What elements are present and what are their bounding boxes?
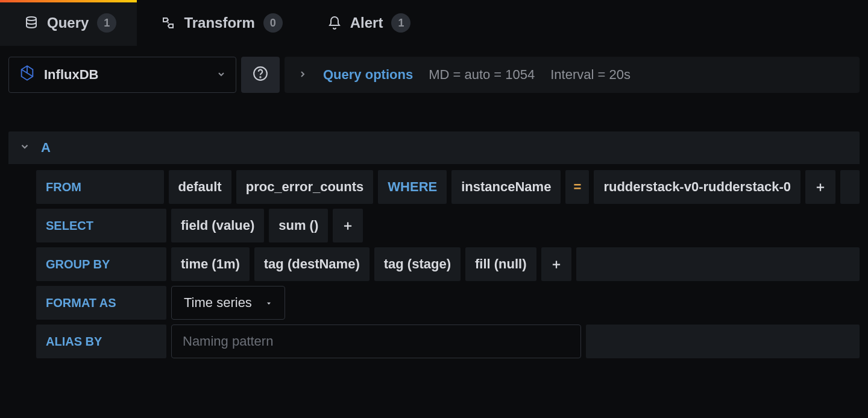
where-operator[interactable]: = bbox=[565, 170, 589, 204]
plus-icon: ＋ bbox=[341, 217, 354, 235]
tab-query-badge: 1 bbox=[97, 13, 116, 33]
where-keyword[interactable]: WHERE bbox=[378, 170, 447, 204]
tab-alert[interactable]: Alert 1 bbox=[303, 0, 432, 46]
caret-down-icon bbox=[265, 295, 272, 311]
groupby-label: GROUP BY bbox=[36, 247, 166, 281]
tab-transform-badge: 0 bbox=[263, 13, 283, 33]
select-aggregation[interactable]: sum () bbox=[269, 209, 328, 242]
query-options-link[interactable]: Query options bbox=[323, 67, 413, 83]
plus-icon: ＋ bbox=[550, 255, 563, 273]
chevron-right-icon[interactable] bbox=[298, 67, 307, 83]
groupby-tag-destname[interactable]: tag (destName) bbox=[254, 247, 370, 281]
formatas-row: FORMAT AS Time series bbox=[8, 286, 860, 320]
influxdb-logo-icon bbox=[19, 65, 36, 85]
query-options-md: MD = auto = 1054 bbox=[429, 67, 535, 83]
from-row: FROM default proc_error_counts WHERE ins… bbox=[8, 170, 860, 204]
aliasby-input[interactable] bbox=[171, 325, 581, 358]
aliasby-label: ALIAS BY bbox=[36, 325, 166, 358]
groupby-tag-stage[interactable]: tag (stage) bbox=[374, 247, 461, 281]
tab-query[interactable]: Query 1 bbox=[0, 0, 137, 46]
query-row-a: A FROM default proc_error_counts WHERE i… bbox=[0, 131, 868, 358]
transform-icon bbox=[161, 16, 175, 30]
chevron-down-icon bbox=[216, 67, 226, 83]
aliasby-row: ALIAS BY bbox=[8, 325, 860, 358]
groupby-row-fill bbox=[576, 247, 860, 281]
where-add-button[interactable]: ＋ bbox=[805, 170, 835, 204]
from-row-fill bbox=[840, 170, 860, 204]
help-icon bbox=[253, 66, 268, 84]
select-label: SELECT bbox=[36, 209, 166, 242]
datasource-help-button[interactable] bbox=[241, 57, 280, 93]
query-options-interval: Interval = 20s bbox=[550, 67, 631, 83]
where-tag-key[interactable]: instanceName bbox=[451, 170, 561, 204]
chevron-down-icon bbox=[19, 140, 30, 156]
panel-editor-tabbar: Query 1 Transform 0 Alert 1 bbox=[0, 0, 868, 46]
tab-transform[interactable]: Transform 0 bbox=[137, 0, 303, 46]
query-ref-id: A bbox=[41, 140, 51, 156]
groupby-row: GROUP BY time (1m) tag (destName) tag (s… bbox=[8, 247, 860, 281]
formatas-value: Time series bbox=[184, 295, 252, 311]
from-label: FROM bbox=[36, 170, 164, 204]
svg-point-2 bbox=[260, 77, 260, 77]
tab-alert-label: Alert bbox=[350, 14, 383, 31]
datasource-picker[interactable]: InfluxDB bbox=[8, 57, 236, 93]
groupby-time[interactable]: time (1m) bbox=[171, 247, 250, 281]
query-a-header[interactable]: A bbox=[8, 131, 860, 164]
query-toolbar: InfluxDB Query options MD = auto = 1054 … bbox=[0, 46, 868, 104]
tab-transform-label: Transform bbox=[184, 14, 254, 31]
select-field[interactable]: field (value) bbox=[171, 209, 264, 242]
from-measurement[interactable]: proc_error_counts bbox=[236, 170, 374, 204]
from-retention-policy[interactable]: default bbox=[169, 170, 231, 204]
groupby-fill[interactable]: fill (null) bbox=[465, 247, 536, 281]
groupby-add-button[interactable]: ＋ bbox=[541, 247, 571, 281]
database-icon bbox=[24, 16, 39, 30]
select-add-button[interactable]: ＋ bbox=[333, 209, 363, 242]
where-tag-value[interactable]: rudderstack-v0-rudderstack-0 bbox=[594, 170, 800, 204]
aliasby-row-fill bbox=[586, 325, 860, 358]
query-options-bar: Query options MD = auto = 1054 Interval … bbox=[285, 57, 860, 93]
datasource-name: InfluxDB bbox=[44, 67, 98, 83]
formatas-label: FORMAT AS bbox=[36, 286, 166, 320]
tab-query-label: Query bbox=[47, 14, 89, 31]
svg-point-0 bbox=[27, 17, 36, 21]
tab-alert-badge: 1 bbox=[391, 13, 410, 33]
formatas-select[interactable]: Time series bbox=[171, 286, 285, 320]
plus-icon: ＋ bbox=[814, 178, 827, 196]
select-row: SELECT field (value) sum () ＋ bbox=[8, 209, 860, 242]
bell-icon bbox=[327, 16, 342, 30]
